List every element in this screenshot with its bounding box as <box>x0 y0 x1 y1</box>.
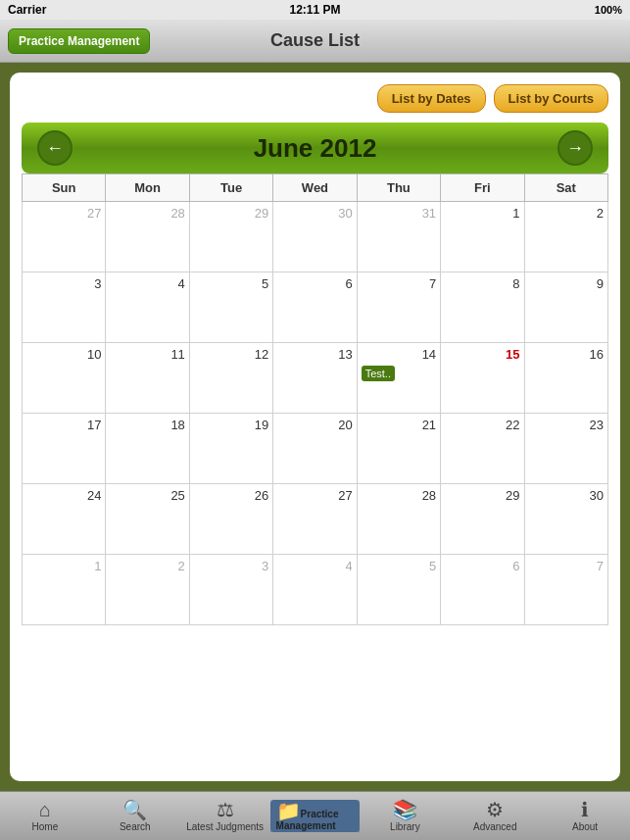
calendar-header: ← June 2012 → <box>22 123 608 173</box>
back-button[interactable]: Practice Management <box>8 28 150 54</box>
advanced-label: Advanced <box>473 821 516 832</box>
day-number: 15 <box>445 347 519 362</box>
day-number: 30 <box>529 488 604 503</box>
calendar-day-cell[interactable]: 4 <box>106 272 189 343</box>
day-number: 29 <box>194 206 268 221</box>
calendar-day-cell[interactable]: 2 <box>106 555 189 625</box>
calendar-day-header: Wed <box>273 174 357 202</box>
calendar-day-cell[interactable]: 10 <box>23 343 106 414</box>
tab-practice-management[interactable]: 📁Practice Management <box>270 800 361 832</box>
home-icon: ⌂ <box>39 800 51 819</box>
calendar-day-cell[interactable]: 28 <box>106 202 189 272</box>
calendar-day-cell[interactable]: 2 <box>524 202 607 272</box>
calendar-day-cell[interactable]: 11 <box>106 343 189 414</box>
calendar-day-cell[interactable]: 3 <box>23 272 106 343</box>
calendar-day-header: Mon <box>106 174 189 202</box>
tab-home[interactable]: ⌂Home <box>0 800 90 832</box>
search-label: Search <box>120 821 151 832</box>
calendar-day-cell[interactable]: 26 <box>189 484 272 555</box>
calendar-day-cell[interactable]: 7 <box>524 555 607 625</box>
calendar-day-cell[interactable]: 30 <box>524 484 607 555</box>
day-number: 7 <box>362 276 436 291</box>
calendar-day-cell[interactable]: 27 <box>23 202 106 272</box>
calendar-day-cell[interactable]: 28 <box>357 484 440 555</box>
calendar-day-cell[interactable]: 1 <box>441 202 524 272</box>
day-number: 18 <box>110 418 184 432</box>
top-buttons: List by Dates List by Courts <box>22 84 608 113</box>
calendar-day-cell[interactable]: 6 <box>441 555 524 625</box>
calendar-day-cell[interactable]: 12 <box>189 343 272 414</box>
day-number: 4 <box>277 559 352 573</box>
tab-about[interactable]: ℹAbout <box>540 800 630 832</box>
day-number: 22 <box>445 418 519 432</box>
day-number: 5 <box>194 276 268 291</box>
calendar-day-header: Fri <box>441 174 524 202</box>
calendar-day-cell[interactable]: 5 <box>357 555 440 625</box>
day-number: 6 <box>277 276 352 291</box>
calendar-day-cell[interactable]: 20 <box>273 414 357 484</box>
calendar-body: 27282930311234567891011121314Test..15161… <box>23 202 608 625</box>
tab-latest-judgments[interactable]: ⚖Latest Judgments <box>180 800 270 832</box>
calendar-day-cell[interactable]: 30 <box>273 202 357 272</box>
calendar-day-cell[interactable]: 25 <box>106 484 189 555</box>
day-number: 30 <box>277 206 352 221</box>
latest-judgments-label: Latest Judgments <box>186 821 264 832</box>
calendar-day-cell[interactable]: 19 <box>189 414 272 484</box>
calendar-day-cell[interactable]: 23 <box>524 414 607 484</box>
day-number: 17 <box>26 418 101 432</box>
calendar-day-cell[interactable]: 8 <box>441 272 524 343</box>
calendar-day-cell[interactable]: 18 <box>106 414 189 484</box>
calendar-day-cell[interactable]: 3 <box>189 555 272 625</box>
day-number: 2 <box>529 206 604 221</box>
day-number: 3 <box>26 276 101 291</box>
day-number: 28 <box>110 206 184 221</box>
page-title: Cause List <box>270 30 360 51</box>
calendar-day-cell[interactable]: 15 <box>441 343 524 414</box>
calendar-week-row: 24252627282930 <box>23 484 608 555</box>
calendar-day-cell[interactable]: 13 <box>273 343 357 414</box>
calendar-grid: SunMonTueWedThuFriSat 272829303112345678… <box>22 173 608 625</box>
calendar-day-header: Sun <box>23 174 106 202</box>
calendar-day-cell[interactable]: 7 <box>357 272 440 343</box>
calendar-day-cell[interactable]: 5 <box>189 272 272 343</box>
day-number: 6 <box>445 559 519 573</box>
day-number: 16 <box>529 347 604 362</box>
calendar-day-cell[interactable]: 27 <box>273 484 357 555</box>
calendar-day-cell[interactable]: 17 <box>23 414 106 484</box>
calendar-day-cell[interactable]: 16 <box>524 343 607 414</box>
calendar-day-cell[interactable]: 29 <box>189 202 272 272</box>
calendar-day-cell[interactable]: 14Test.. <box>357 343 440 414</box>
calendar-day-cell[interactable]: 24 <box>23 484 106 555</box>
practice-management-icon: 📁 <box>276 800 301 821</box>
day-number: 5 <box>362 559 436 573</box>
calendar-day-cell[interactable]: 29 <box>441 484 524 555</box>
calendar-day-cell[interactable]: 4 <box>273 555 357 625</box>
day-number: 3 <box>194 559 268 573</box>
day-number: 19 <box>194 418 268 432</box>
tab-advanced[interactable]: ⚙Advanced <box>450 800 540 832</box>
calendar-week-row: 1234567 <box>23 555 608 625</box>
calendar-day-cell[interactable]: 21 <box>357 414 440 484</box>
list-by-dates-button[interactable]: List by Dates <box>377 84 486 113</box>
home-label: Home <box>32 821 59 832</box>
nav-bar: Practice Management Cause List <box>0 20 630 63</box>
calendar-day-cell[interactable]: 9 <box>524 272 607 343</box>
calendar-day-cell[interactable]: 31 <box>357 202 440 272</box>
day-number: 1 <box>445 206 519 221</box>
tab-bar: ⌂Home🔍Search⚖Latest Judgments📁Practice M… <box>0 791 630 840</box>
day-number: 20 <box>277 418 352 432</box>
tab-search[interactable]: 🔍Search <box>90 800 180 832</box>
battery-label: 100% <box>595 4 622 16</box>
next-arrow-icon: → <box>566 138 584 159</box>
tab-library[interactable]: 📚Library <box>360 800 450 832</box>
day-number: 27 <box>26 206 101 221</box>
list-by-courts-button[interactable]: List by Courts <box>494 84 608 113</box>
calendar-day-cell[interactable]: 22 <box>441 414 524 484</box>
event-badge[interactable]: Test.. <box>362 366 395 381</box>
day-number: 29 <box>445 488 519 503</box>
calendar-day-cell[interactable]: 6 <box>273 272 357 343</box>
calendar-week-row: 3456789 <box>23 272 608 343</box>
calendar-day-cell[interactable]: 1 <box>23 555 106 625</box>
prev-month-button[interactable]: ← <box>37 130 73 166</box>
next-month-button[interactable]: → <box>557 130 593 166</box>
